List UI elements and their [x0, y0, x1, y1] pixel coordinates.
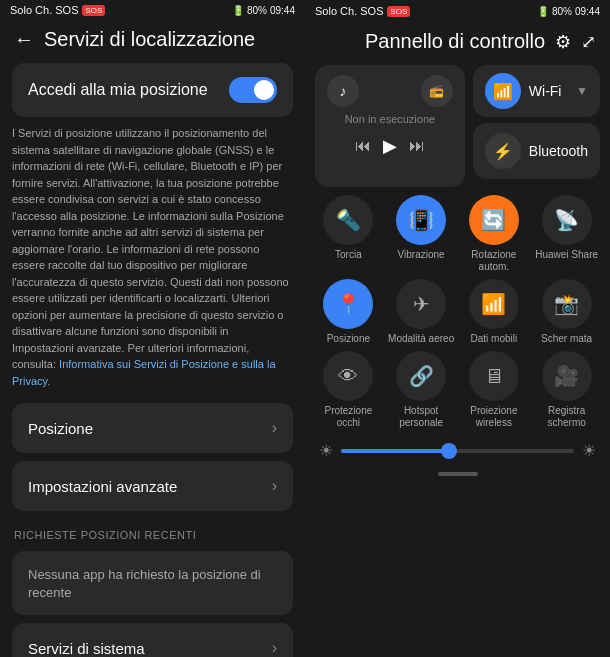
- wifi-label: Wi-Fi: [529, 83, 568, 99]
- no-app-text: Nessuna app ha richiesto la posizione di…: [28, 567, 261, 600]
- quick-item-eye-protection[interactable]: 👁 Protezione occhi: [315, 351, 382, 429]
- no-app-box: Nessuna app ha richiesto la posizione di…: [12, 551, 293, 615]
- media-controls: ⏮ ▶ ⏭: [327, 135, 453, 157]
- screen-record-icon: 🎥: [542, 351, 592, 401]
- mobile-data-icon: 📶: [469, 279, 519, 329]
- location-icon: 📍: [323, 279, 373, 329]
- posizione-menu-item[interactable]: Posizione ›: [12, 403, 293, 453]
- location-toggle-row[interactable]: Accedi alla mia posizione: [12, 63, 293, 117]
- eye-protection-icon: 👁: [323, 351, 373, 401]
- play-button[interactable]: ▶: [383, 135, 397, 157]
- gear-icon[interactable]: ⚙: [555, 31, 571, 53]
- drag-indicator[interactable]: [315, 466, 600, 482]
- header-right: Pannello di controllo ⚙ ⤢: [305, 22, 610, 65]
- sos-badge-left: SOS: [82, 5, 105, 16]
- carrier-left: Solo Ch. SOS SOS: [10, 4, 105, 16]
- header-icons: ⚙ ⤢: [555, 31, 596, 53]
- quick-toggles-grid: 🔦 Torcia 📳 Vibrazione 🔄 Rotazione autom.…: [315, 195, 600, 429]
- huawei-share-label: Huawei Share: [535, 249, 598, 261]
- location-toggle-switch[interactable]: [229, 77, 277, 103]
- location-label: Posizione: [327, 333, 370, 345]
- screen-record-label: Registra schermo: [533, 405, 600, 429]
- vibration-icon: 📳: [396, 195, 446, 245]
- media-top: ♪ 📻: [327, 75, 453, 107]
- section-header-recent: RICHIESTE POSIZIONI RECENTI: [0, 515, 305, 547]
- hotspot-icon: 🔗: [396, 351, 446, 401]
- torch-icon: 🔦: [323, 195, 373, 245]
- quick-item-screen-record[interactable]: 🎥 Registra schermo: [533, 351, 600, 429]
- brightness-fill: [341, 449, 446, 453]
- quick-item-wireless-projection[interactable]: 🖥 Proiezione wireless: [461, 351, 528, 429]
- quick-item-screenshot[interactable]: 📸 Scher mata: [533, 279, 600, 345]
- posizione-label: Posizione: [28, 420, 93, 437]
- airplane-icon: ✈: [396, 279, 446, 329]
- impostazioni-avanzate-menu-item[interactable]: Impostazioni avanzate ›: [12, 461, 293, 511]
- cast-icon: 📻: [421, 75, 453, 107]
- battery-icon-right: 🔋: [537, 6, 549, 17]
- chevron-right-icon-2: ›: [272, 477, 277, 495]
- brightness-high-icon: ☀: [582, 441, 596, 460]
- eye-protection-label: Protezione occhi: [315, 405, 382, 429]
- bluetooth-toggle[interactable]: ⚡ Bluetooth: [473, 123, 600, 179]
- header-left: ← Servizi di localizzazione: [0, 20, 305, 63]
- right-panel: Solo Ch. SOS SOS 🔋 80% 09:44 Pannello di…: [305, 0, 610, 657]
- huawei-share-icon: 📡: [542, 195, 592, 245]
- system-services-menu-item[interactable]: Servizi di sistema ›: [12, 623, 293, 657]
- rotation-icon: 🔄: [469, 195, 519, 245]
- chevron-right-icon: ›: [272, 419, 277, 437]
- quick-item-vibrazione[interactable]: 📳 Vibrazione: [388, 195, 455, 273]
- quick-item-huawei-share[interactable]: 📡 Huawei Share: [533, 195, 600, 273]
- brightness-thumb[interactable]: [441, 443, 457, 459]
- quick-item-torcia[interactable]: 🔦 Torcia: [315, 195, 382, 273]
- mobile-data-label: Dati mobili: [471, 333, 518, 345]
- system-services-label: Servizi di sistema: [28, 640, 145, 657]
- info-text: I Servizi di posizione utilizzano il pos…: [12, 125, 293, 389]
- not-running-label: Non in esecuzione: [327, 113, 453, 125]
- status-icons-right: 🔋 80% 09:44: [537, 6, 600, 17]
- screenshot-label: Scher mata: [541, 333, 592, 345]
- brightness-slider[interactable]: [341, 449, 574, 453]
- impostazioni-avanzate-label: Impostazioni avanzate: [28, 478, 177, 495]
- carrier-right: Solo Ch. SOS SOS: [315, 5, 410, 17]
- vibration-label: Vibrazione: [398, 249, 445, 261]
- wireless-projection-icon: 🖥: [469, 351, 519, 401]
- status-icons-left: 🔋 80% 09:44: [232, 5, 295, 16]
- hotspot-label: Hotspot personale: [388, 405, 455, 429]
- wifi-toggle[interactable]: 📶 Wi-Fi ▼: [473, 65, 600, 117]
- toggle-label: Accedi alla mia posizione: [28, 81, 208, 99]
- bluetooth-icon: ⚡: [485, 133, 521, 169]
- quick-item-rotazione[interactable]: 🔄 Rotazione autom.: [461, 195, 528, 273]
- next-button[interactable]: ⏭: [409, 137, 425, 155]
- chevron-right-icon-3: ›: [272, 639, 277, 657]
- quick-item-posizione[interactable]: 📍 Posizione: [315, 279, 382, 345]
- status-bar-right: Solo Ch. SOS SOS 🔋 80% 09:44: [305, 0, 610, 22]
- status-bar-left: Solo Ch. SOS SOS 🔋 80% 09:44: [0, 0, 305, 20]
- control-content: ♪ 📻 Non in esecuzione ⏮ ▶ ⏭ 📶 Wi-Fi ▼: [305, 65, 610, 657]
- music-icon: ♪: [327, 75, 359, 107]
- panel-title: Pannello di controllo: [355, 30, 555, 53]
- brightness-low-icon: ☀: [319, 441, 333, 460]
- bluetooth-label: Bluetooth: [529, 143, 588, 159]
- left-panel: Solo Ch. SOS SOS 🔋 80% 09:44 ← Servizi d…: [0, 0, 305, 657]
- media-card[interactable]: ♪ 📻 Non in esecuzione ⏮ ▶ ⏭: [315, 65, 465, 187]
- wifi-chevron-icon: ▼: [576, 84, 588, 98]
- airplane-label: Modalità aereo: [388, 333, 454, 345]
- page-title: Servizi di localizzazione: [44, 28, 255, 51]
- rotation-label: Rotazione autom.: [461, 249, 528, 273]
- quick-item-hotspot[interactable]: 🔗 Hotspot personale: [388, 351, 455, 429]
- wifi-icon: 📶: [485, 73, 521, 109]
- prev-button[interactable]: ⏮: [355, 137, 371, 155]
- drag-bar: [438, 472, 478, 476]
- quick-item-airplane[interactable]: ✈ Modalità aereo: [388, 279, 455, 345]
- wireless-projection-label: Proiezione wireless: [461, 405, 528, 429]
- torch-label: Torcia: [335, 249, 362, 261]
- brightness-row: ☀ ☀: [315, 435, 600, 466]
- quick-item-dati-mobili[interactable]: 📶 Dati mobili: [461, 279, 528, 345]
- screenshot-icon: 📸: [542, 279, 592, 329]
- sos-badge-right: SOS: [387, 6, 410, 17]
- back-button[interactable]: ←: [14, 28, 34, 51]
- battery-icon-left: 🔋: [232, 5, 244, 16]
- external-link-icon[interactable]: ⤢: [581, 31, 596, 53]
